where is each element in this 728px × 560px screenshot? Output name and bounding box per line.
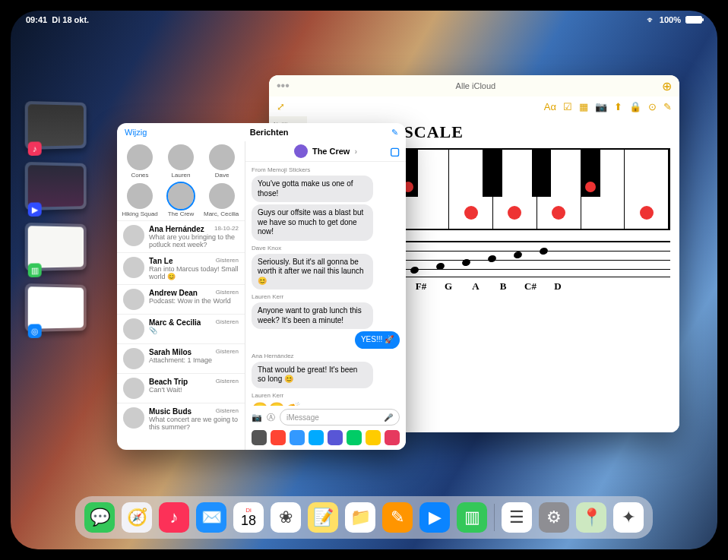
sender-label: Ana Hernández — [252, 353, 400, 359]
thread-title[interactable]: The Crew — [312, 147, 350, 156]
dictate-icon[interactable]: 🎤 — [384, 413, 393, 422]
stage-item-music[interactable]: ♪ — [25, 101, 87, 150]
thread-header[interactable]: The Crew › ▢ — [245, 141, 406, 162]
conversation-row[interactable]: Marc & CeciliaGisteren📎 — [117, 314, 245, 343]
compose-icon[interactable]: ✎ — [663, 101, 672, 112]
message-thread: The Crew › ▢ From Memoji StickersYou've … — [245, 141, 406, 450]
dock-messages[interactable]: 💬 — [84, 502, 115, 533]
lock-icon[interactable]: 🔒 — [629, 101, 641, 112]
status-time: 09:41 — [26, 15, 47, 24]
pinned-contact[interactable]: Hiking Squad — [122, 183, 158, 217]
pinned-contact[interactable]: The Crew — [163, 183, 199, 217]
pinned-contact[interactable]: Cones — [122, 144, 158, 179]
share-icon[interactable]: ⬆ — [614, 101, 622, 112]
dock-reminders[interactable]: ☰ — [502, 502, 532, 533]
checklist-icon[interactable]: ☑ — [563, 101, 572, 112]
conversation-list[interactable]: ConesLaurenDaveHiking SquadThe CrewMarc,… — [117, 141, 245, 450]
notes-breadcrumb[interactable]: Alle iCloud — [294, 81, 657, 90]
message-placeholder: iMessage — [286, 413, 319, 422]
dock-calendar[interactable]: Di18 — [233, 502, 264, 533]
dock-settings[interactable]: ⚙ — [539, 502, 569, 533]
wifi-icon: ᯤ — [647, 15, 655, 24]
more-icon[interactable]: ⊙ — [648, 101, 657, 112]
dock-photos[interactable]: ❀ — [271, 502, 301, 533]
notes-titlebar[interactable]: ••• Alle iCloud ⊕ — [269, 75, 679, 96]
format-icon[interactable]: Aα — [544, 101, 556, 112]
app-strip[interactable] — [245, 429, 406, 450]
conversation-row[interactable]: Tan LeGisterenRan into Marcus today! Sma… — [117, 252, 245, 284]
dock-numbers[interactable]: ▥ — [457, 502, 487, 533]
status-bar: 09:41 Di 18 okt. ᯤ 100% — [11, 15, 717, 24]
message-bubble[interactable]: Anyone want to grab lunch this week? It'… — [252, 302, 373, 329]
expand-icon[interactable]: ⤢ — [277, 101, 285, 112]
message-bubble[interactable]: YES!!! 🚀 — [355, 331, 400, 349]
home-screen: 09:41 Di 18 okt. ᯤ 100% ♪ ▶ ▥ ◎ ••• Alle… — [11, 11, 717, 549]
stage-item-safari[interactable]: ◎ — [25, 283, 87, 332]
battery-icon — [685, 16, 702, 24]
dock-freeform[interactable]: ✦ — [613, 502, 644, 533]
dock-music[interactable]: ♪ — [159, 502, 189, 533]
conversation-row[interactable]: Sarah MilosGisterenAttachment: 1 Image — [117, 343, 245, 373]
appstore-icon[interactable]: Ⓐ — [267, 412, 275, 423]
stage-item-numbers[interactable]: ▥ — [25, 223, 87, 271]
message-bubble[interactable]: You've gotta make us one of those! — [252, 176, 373, 202]
stage-manager-strip: ♪ ▶ ▥ ◎ — [24, 102, 89, 331]
pinned-contact[interactable]: Dave — [204, 144, 240, 179]
messages-window[interactable]: Wijzig Berichten ✎ ConesLaurenDaveHiking… — [117, 123, 406, 450]
window-menu-icon[interactable]: ••• — [277, 79, 290, 93]
status-right: ᯤ 100% — [647, 15, 702, 24]
dock-pages[interactable]: ✎ — [382, 502, 413, 533]
message-bubble[interactable]: That would be great! It's been so long 😊 — [252, 362, 373, 388]
message-input[interactable]: iMessage 🎤 — [280, 409, 400, 426]
conversation-row[interactable]: Beach TripGisterenCan't Wait! — [117, 373, 245, 403]
status-left: 09:41 Di 18 okt. — [26, 15, 89, 24]
message-bubble[interactable]: Seriously. But it's all gonna be worth i… — [252, 254, 373, 290]
sender-label: Lauren Kerr — [252, 293, 400, 300]
add-note-icon[interactable]: ⊕ — [662, 79, 672, 93]
pinned-contact[interactable]: Marc, Cecilia &… — [204, 183, 240, 217]
dock-files[interactable]: 📁 — [345, 502, 375, 533]
ipad-frame: 09:41 Di 18 okt. ᯤ 100% ♪ ▶ ▥ ◎ ••• Alle… — [0, 0, 728, 560]
dock[interactable]: 💬🧭♪✉️Di18❀📝📁✎▶▥☰⚙📍✦ — [75, 496, 653, 539]
sender-label: From Memoji Stickers — [252, 166, 400, 173]
dock-mail[interactable]: ✉️ — [196, 502, 226, 533]
sender-label: Lauren Kerr — [252, 392, 400, 399]
dock-safari[interactable]: 🧭 — [122, 502, 152, 533]
facetime-icon[interactable]: ▢ — [390, 145, 400, 157]
conversation-row[interactable]: Music BudsGisterenWhat concert are we go… — [117, 403, 245, 435]
edit-button[interactable]: Wijzig — [125, 128, 147, 137]
camera-icon[interactable]: 📷 — [595, 101, 607, 112]
table-icon[interactable]: ▦ — [579, 101, 588, 112]
compose-button[interactable]: ✎ — [391, 128, 398, 138]
stage-item-keynote[interactable]: ▶ — [25, 162, 87, 210]
message-bubble[interactable]: Guys our offsite was a blast but we have… — [252, 204, 373, 241]
conversation-row[interactable]: Andrew DeanGisterenPodcast: Wow in the W… — [117, 284, 245, 314]
pinned-contact[interactable]: Lauren — [163, 144, 199, 179]
camera-icon[interactable]: 📷 — [252, 413, 262, 422]
battery-percent: 100% — [660, 15, 681, 24]
dock-maps[interactable]: 📍 — [576, 502, 606, 533]
dock-notes[interactable]: 📝 — [308, 502, 338, 533]
messages-title: Berichten — [250, 128, 289, 137]
sender-label: Dave Knox — [252, 245, 400, 252]
message-composer: 📷 Ⓐ iMessage 🎤 — [245, 406, 406, 429]
dock-keynote[interactable]: ▶ — [419, 502, 450, 533]
conversation-row[interactable]: Ana Hernández18-10-22What are you bringi… — [117, 220, 245, 252]
messages-titlebar[interactable]: Wijzig Berichten ✎ — [117, 123, 406, 141]
notes-toolbar: ⤢ Aα ☑ ▦ 📷 ⬆ 🔒 ⊙ ✎ — [269, 96, 679, 116]
status-date: Di 18 okt. — [52, 15, 89, 24]
